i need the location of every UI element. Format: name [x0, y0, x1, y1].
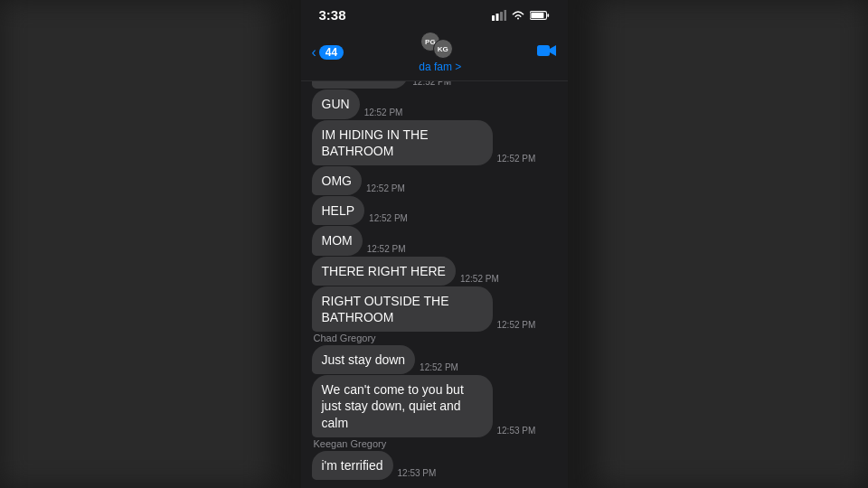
- message-bubble: GUM SHOTS: [312, 81, 409, 89]
- phone-screen: 3:38 ‹ 44: [301, 0, 568, 488]
- message-bubble: HELP: [312, 196, 365, 225]
- message-row: RIGHT OUTSIDE THE BATHROOM12:52 PM: [312, 286, 557, 332]
- message-time: 12:52 PM: [367, 244, 406, 254]
- message-time: 12:52 PM: [412, 81, 451, 87]
- svg-rect-0: [492, 15, 495, 21]
- avatar-group: PG KG: [420, 32, 460, 59]
- back-chevron-icon: ‹: [312, 44, 316, 61]
- message-time: 12:52 PM: [497, 154, 536, 164]
- message-time: 12:52 PM: [366, 183, 405, 193]
- message-time: 12:52 PM: [364, 108, 403, 117]
- messages-container: Keegan GregoryHELP12:52 PMGUM SHOTS12:52…: [312, 81, 557, 481]
- message-row: HELP12:52 PM: [312, 196, 557, 225]
- back-count-badge: 44: [319, 45, 344, 60]
- video-call-button[interactable]: [537, 43, 557, 62]
- svg-rect-6: [531, 12, 543, 17]
- status-bar: 3:38: [301, 0, 568, 26]
- chat-header: ‹ 44 PG KG da fam >: [301, 26, 568, 81]
- group-info[interactable]: PG KG da fam >: [419, 32, 461, 73]
- message-row: We can't come to you but just stay down,…: [312, 375, 557, 437]
- message-time: 12:52 PM: [369, 213, 408, 223]
- messages-area[interactable]: Today 12:52 PM Keegan GregoryHELP12:52 P…: [301, 81, 568, 488]
- message-row: IM HIDING IN THE BATHROOM12:52 PM: [312, 120, 557, 165]
- message-bubble: RIGHT OUTSIDE THE BATHROOM: [312, 286, 493, 332]
- battery-icon: [530, 10, 550, 21]
- sender-name: Chad Gregory: [314, 333, 557, 343]
- svg-rect-1: [495, 14, 498, 21]
- svg-rect-3: [504, 10, 506, 21]
- wifi-icon: [511, 10, 525, 21]
- message-bubble: THERE RIGHT HERE: [312, 257, 456, 286]
- group-name: da fam >: [419, 61, 461, 73]
- status-time: 3:38: [319, 7, 346, 23]
- message-bubble: GUN: [312, 89, 360, 118]
- message-bubble: Just stay down: [312, 345, 416, 374]
- message-time: 12:53 PM: [398, 468, 437, 478]
- message-bubble: IM HIDING IN THE BATHROOM: [312, 120, 493, 165]
- message-bubble: MOM: [312, 226, 363, 255]
- status-icons: [492, 10, 550, 21]
- svg-rect-2: [500, 12, 503, 21]
- message-row: OMG12:52 PM: [312, 166, 557, 195]
- message-time: 12:52 PM: [460, 274, 499, 284]
- message-row: THERE RIGHT HERE12:52 PM: [312, 257, 557, 286]
- message-bubble: OMG: [312, 166, 362, 195]
- message-row: Just stay down12:52 PM: [312, 345, 557, 374]
- video-icon: [537, 43, 557, 58]
- message-row: GUN12:52 PM: [312, 89, 557, 118]
- back-button[interactable]: ‹ 44: [312, 44, 344, 61]
- message-bubble: We can't come to you but just stay down,…: [312, 375, 493, 437]
- message-row: GUM SHOTS12:52 PM: [312, 81, 557, 89]
- svg-rect-7: [537, 45, 550, 56]
- message-time: 12:53 PM: [497, 426, 536, 436]
- avatar-kg: KG: [433, 39, 453, 59]
- message-bubble: i'm terrified: [312, 451, 393, 480]
- message-time: 12:52 PM: [497, 320, 536, 330]
- signal-icon: [492, 10, 506, 21]
- message-row: MOM12:52 PM: [312, 226, 557, 255]
- message-time: 12:52 PM: [420, 362, 458, 372]
- svg-rect-5: [547, 14, 549, 17]
- sender-name: Keegan Gregory: [314, 438, 557, 449]
- message-row: i'm terrified12:53 PM: [312, 451, 557, 480]
